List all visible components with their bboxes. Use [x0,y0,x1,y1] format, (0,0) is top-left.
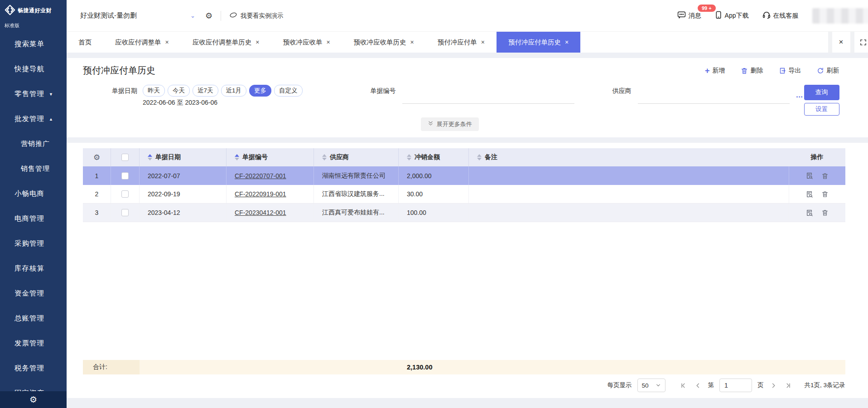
settings-gear-icon[interactable]: ⚙ [29,394,37,405]
column-header[interactable]: 备注 [469,148,789,166]
next-page-icon[interactable] [769,381,778,390]
sort-icons[interactable] [407,154,411,160]
messages-link[interactable]: 消息 99 + [677,11,701,20]
tab[interactable]: 预付冲应付单历史 × [497,32,580,53]
sidebar-item[interactable]: 销售管理 [0,156,67,181]
tab[interactable]: 应收应付调整单历史 × [181,32,271,53]
page-size-select[interactable]: 50 [637,379,665,392]
doc-no-input[interactable] [402,92,574,103]
row-delete-icon[interactable] [821,190,829,198]
row-checkbox[interactable] [121,190,129,198]
sidebar-item[interactable]: 资金管理 [0,281,67,306]
sidebar-item[interactable]: 总账管理 [0,306,67,331]
doc-code-link[interactable]: CF-20220919-001 [235,190,286,198]
query-button[interactable]: 查询 [804,85,839,100]
sort-icons[interactable] [477,154,482,160]
last-page-icon[interactable] [784,381,793,390]
date-pill[interactable]: 自定义 [274,85,303,97]
tab[interactable]: 应收应付调整单 × [103,32,181,53]
column-header[interactable]: 单据日期 [140,148,227,166]
close-all-tabs-icon[interactable]: × [832,32,850,53]
sidebar-item[interactable]: 搜索菜单 [0,32,67,57]
sort-asc-icon [477,154,482,157]
supplier-input[interactable] [638,92,790,103]
prev-page-icon[interactable] [694,381,703,390]
row-delete-icon[interactable] [821,209,829,216]
view-detail-icon[interactable] [805,172,813,180]
support-link[interactable]: 在线客服 [762,11,799,20]
company-selector[interactable]: 好业财测试-量勿删 [80,11,137,20]
doc-code-link[interactable]: CF-20220707-001 [235,172,286,180]
view-detail-icon[interactable] [805,209,813,217]
sidebar-item[interactable]: 电商管理 [0,206,67,231]
column-header[interactable]: 供应商 [314,148,399,166]
sidebar-item[interactable]: 营销推广 [0,131,67,156]
date-pill[interactable]: 近7天 [193,85,218,97]
column-header[interactable]: 冲销金额 [399,148,469,166]
column-gear-icon[interactable]: ⚙ [93,153,100,162]
tab-close-icon[interactable]: × [256,39,259,46]
select-all-checkbox[interactable] [121,154,129,161]
tab[interactable]: 预付冲应付单 × [426,32,497,53]
double-chevron-down-icon [428,121,434,128]
sidebar-item[interactable]: 快捷导航 [0,57,67,82]
action-column-label: 操作 [811,153,824,161]
column-header[interactable]: 单据编号 [227,148,314,166]
sidebar-item[interactable]: 税务管理 [0,356,67,381]
sidebar-item[interactable]: 库存核算 [0,256,67,281]
fullscreen-icon[interactable] [854,32,868,53]
date-pill[interactable]: 今天 [168,85,190,97]
date-value: 2023-04-12 [148,209,180,216]
date-range-value[interactable]: 2022-06-06 至 2023-06-06 [143,99,303,107]
app-download-link[interactable]: App下载 [715,11,749,20]
export-button[interactable]: 导出 [779,67,801,75]
tab[interactable]: 首页 × [67,32,103,53]
add-button[interactable]: + 新增 [705,67,725,75]
tab-label: 首页 [78,38,92,47]
tabbar-gap2 [850,32,854,53]
sort-icons[interactable] [148,154,152,160]
doc-code-link[interactable]: CF-20230412-001 [235,209,286,216]
tab-close-icon[interactable]: × [410,39,414,46]
date-pill[interactable]: 更多 [249,85,271,97]
row-actions-cell [789,185,845,203]
sidebar-item[interactable]: 批发管理 ▲ [0,107,67,131]
table-row[interactable]: 1 2022-07-07 CF-20220707-001 湖南恒远有限责任公司 … [83,166,845,185]
view-detail-icon[interactable] [805,190,813,198]
brand-name: 畅捷通好业财 [18,7,52,15]
tab-close-icon[interactable]: × [165,39,169,46]
sidebar-item[interactable]: 小畅电商 [0,181,67,206]
delete-button[interactable]: 删除 [741,67,763,75]
sidebar-item[interactable]: 发票管理 [0,331,67,356]
sort-icons[interactable] [235,154,239,160]
sidebar-item[interactable]: 零售管理 ▼ [0,82,67,107]
row-checkbox[interactable] [121,172,129,180]
sidebar-item[interactable]: 采购管理 [0,231,67,256]
expand-more-button[interactable]: 展开更多条件 [421,117,479,131]
table-row[interactable]: 2 2022-09-19 CF-20220919-001 江西省琼汉建筑服务..… [83,185,845,204]
settings-button[interactable]: 设置 [804,103,839,116]
tab-close-icon[interactable]: × [326,39,330,46]
row-checkbox[interactable] [121,209,129,216]
tab[interactable]: 预收冲应收单历史 × [342,32,426,53]
export-icon [779,67,786,74]
sidebar-item-label: 总账管理 [14,314,44,323]
row-delete-icon[interactable] [821,172,829,180]
page-number-input[interactable] [719,379,752,392]
date-pill[interactable]: 昨天 [143,85,165,97]
demo-link-label: 我要看实例演示 [241,12,284,20]
tab-close-icon[interactable]: × [565,39,569,46]
first-page-icon[interactable] [679,381,688,390]
date-pill[interactable]: 近1月 [221,85,247,97]
refresh-button[interactable]: 刷新 [817,67,839,75]
tab[interactable]: 预收冲应收单 × [271,32,342,53]
table-row[interactable]: 3 2023-04-12 CF-20230412-001 江西真可爱布娃娃有..… [83,204,845,222]
supplier-more-icon[interactable]: … [796,91,804,99]
sort-icons[interactable] [322,154,327,160]
demo-link[interactable]: 我要看实例演示 [229,11,284,20]
user-account-blurred[interactable] [812,8,868,24]
tab-close-icon[interactable]: × [481,39,485,46]
company-chevron-down-icon[interactable]: ⌄ [190,12,195,19]
topbar-gear-icon[interactable]: ⚙ [205,11,212,21]
supplier-field [638,85,790,104]
